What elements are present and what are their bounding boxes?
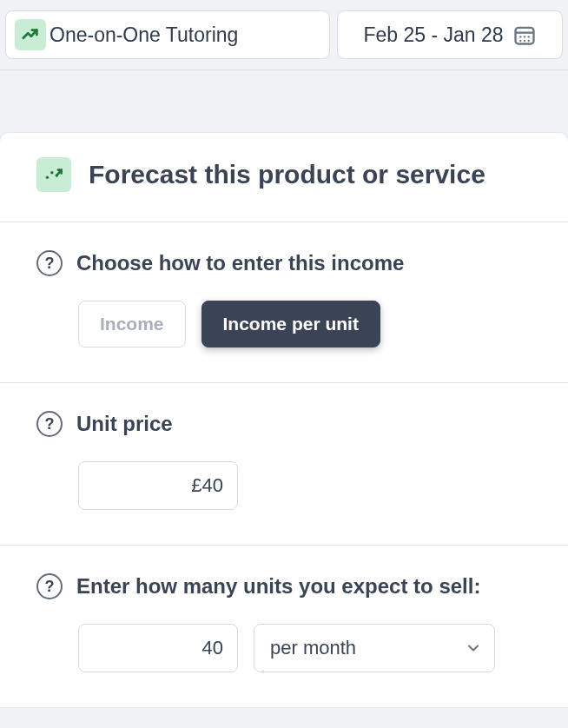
svg-point-4	[527, 36, 529, 37]
product-name-field[interactable]: One-on-One Tutoring	[5, 10, 330, 59]
svg-point-6	[523, 40, 525, 42]
period-select-value: per month	[270, 637, 465, 659]
svg-point-5	[519, 40, 521, 42]
panel-header: Forecast this product or service	[0, 133, 568, 222]
unit-price-input[interactable]	[78, 461, 238, 510]
period-select[interactable]: per month	[254, 624, 495, 672]
date-range-field[interactable]: Feb 25 - Jan 28	[337, 10, 563, 59]
date-range-text: Feb 25 - Jan 28	[363, 23, 503, 47]
product-name-text: One-on-One Tutoring	[50, 23, 238, 47]
calendar-icon	[512, 23, 537, 47]
chevron-down-icon	[465, 639, 482, 657]
units-expected-input[interactable]	[78, 624, 238, 672]
income-toggle-per-unit[interactable]: Income per unit	[201, 301, 380, 347]
units-expected-label: Enter how many units you expect to sell:	[76, 574, 480, 599]
forecast-icon	[36, 157, 71, 192]
section-income-method: ? Choose how to enter this income Income…	[0, 222, 568, 383]
svg-point-8	[46, 176, 49, 179]
svg-point-3	[523, 36, 525, 37]
section-units-expected: ? Enter how many units you expect to sel…	[0, 546, 568, 707]
forecast-panel: Forecast this product or service ? Choos…	[0, 133, 568, 707]
trend-up-icon	[15, 19, 46, 50]
svg-point-9	[50, 171, 53, 174]
section-unit-price: ? Unit price	[0, 383, 568, 546]
income-toggle-income[interactable]: Income	[78, 301, 186, 347]
help-icon[interactable]: ?	[36, 411, 63, 437]
unit-price-label: Unit price	[76, 412, 173, 436]
income-method-label: Choose how to enter this income	[76, 251, 404, 275]
panel-title: Forecast this product or service	[89, 160, 485, 189]
svg-point-7	[527, 40, 529, 42]
top-bar: One-on-One Tutoring Feb 25 - Jan 28	[0, 0, 568, 70]
help-icon[interactable]: ?	[36, 250, 63, 276]
help-icon[interactable]: ?	[36, 573, 63, 599]
svg-point-2	[519, 36, 521, 37]
